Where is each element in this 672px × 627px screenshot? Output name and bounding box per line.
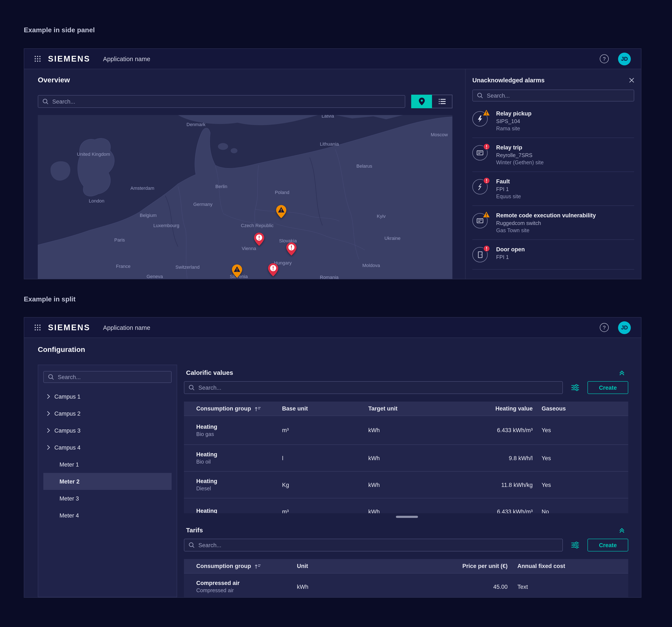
section-title: Calorific values [186,369,233,376]
critical-badge [483,245,490,252]
tree-item-label: Campus 2 [54,410,80,417]
table-row[interactable]: HeatingDiesel Kg kWh 11.8 kWh/kg Yes [184,471,628,498]
alarm-panel-title: Unacknowledged alarms [472,77,545,84]
tarifs-section: Tarifs [184,522,628,598]
table-row[interactable]: Heating m³ kWh 6.433 kWh/m³ No [184,498,628,513]
map-pin-critical[interactable] [254,232,265,248]
cell-group: Heating [196,423,282,430]
avatar[interactable]: JD [618,321,631,334]
alarm-item[interactable]: Fault FPI 1 Equus site [472,172,634,206]
filter-icon[interactable] [571,542,579,549]
cell-base-unit: l [282,455,368,461]
map-label: Germany [193,202,213,207]
cell-target-unit: kWh [368,427,455,433]
map-label: Latvia [321,115,334,119]
column-header-consumption-group[interactable]: Consumption group [184,405,282,412]
alarm-list: Relay pickup SIPS_104 Rama site [472,104,634,270]
tree-item-meter-3[interactable]: Meter 3 [43,490,172,507]
tree-item-campus-4[interactable]: Campus 4 [43,439,172,456]
app-launcher-icon[interactable] [34,55,41,62]
map-label: Paris [114,237,125,243]
cell-subgroup: Bio oil [196,459,282,465]
cell-target-unit: kWh [368,482,455,488]
cell-gaseous: Yes [533,482,628,488]
alarm-source: Reyrolle_7SRS [496,152,544,158]
warning-badge [483,109,490,116]
tarifs-search-input[interactable] [198,542,558,548]
collapse-icon[interactable] [619,370,625,375]
column-header-unit: Unit [297,563,399,569]
tree-item-campus-1[interactable]: Campus 1 [43,388,172,405]
overview-search-input[interactable] [52,98,401,105]
list-view-button[interactable] [432,95,452,108]
chevron-right-icon [47,411,50,416]
search-icon [48,374,54,380]
calorific-search[interactable] [184,381,563,394]
alarm-search[interactable] [472,90,634,101]
column-header-consumption-group[interactable]: Consumption group [184,563,297,569]
tree-item-label: Campus 1 [54,393,80,400]
table-row[interactable]: Compressed airCompressed air kWh 45.00 T… [184,573,628,598]
map-pin-warning[interactable] [232,264,243,279]
europe-map[interactable]: Latvia Denmark Moscow Lithuania United K… [38,115,452,279]
alarm-title: Remote code execution vulnerability [496,212,596,219]
tree-item-campus-3[interactable]: Campus 3 [43,422,172,439]
alarm-item[interactable]: Door open FPI 1 [472,240,634,270]
map-label: Ukraine [384,235,401,241]
app-header: SIEMENS Application name ? JD [24,49,641,69]
column-header-price-per-unit: Price per unit (€) [399,563,508,569]
create-button[interactable]: Create [587,381,628,394]
table-row[interactable]: HeatingBio gas m³ kWh 6.433 kWh/m³ Yes [184,416,628,445]
calorific-search-input[interactable] [198,384,558,391]
tree-search[interactable] [43,371,172,383]
map-label: Denmark [187,122,206,127]
tree-item-meter-1[interactable]: Meter 1 [43,456,172,473]
alarm-item[interactable]: Relay trip Reyrolle_7SRS Winter (Gethen)… [472,138,634,172]
overview-search[interactable] [38,95,405,108]
alarm-source: Ruggedcom switch [496,220,596,226]
tree-search-input[interactable] [58,374,167,380]
app-launcher-icon[interactable] [34,324,41,331]
column-header-annual-fixed-cost: Annual fixed cost [508,563,628,569]
collapse-icon[interactable] [619,527,625,533]
create-button[interactable]: Create [587,539,628,551]
tree-item-campus-2[interactable]: Campus 2 [43,405,172,422]
configuration-window: SIEMENS Application name ? JD Configurat… [24,317,642,598]
application-name: Application name [103,324,150,331]
map-pin-critical[interactable] [268,263,279,278]
alarm-item[interactable]: Remote code execution vulnerability Rugg… [472,206,634,240]
avatar[interactable]: JD [618,52,631,65]
alarm-search-input[interactable] [487,92,629,99]
warning-badge [483,211,490,218]
siemens-logo: SIEMENS [48,54,90,64]
cell-heating-value: 6.433 kWh/m³ [455,508,533,513]
alarm-source: FPI 1 [496,254,525,260]
critical-badge [483,143,490,150]
table-row[interactable]: HeatingBio oil l kWh 9.8 kWh/l Yes [184,445,628,471]
config-main: Calorific values [184,365,628,597]
map-view-button[interactable] [411,95,432,108]
horizontal-scrollbar-thumb[interactable] [396,516,418,518]
alarm-site: Winter (Gethen) site [496,159,544,166]
tree-item-label: Campus 4 [54,444,80,451]
sort-icon [255,406,261,411]
close-icon[interactable] [629,78,634,83]
map-label: United Kingdom [77,152,110,157]
filter-icon[interactable] [571,384,579,391]
map-pin-critical[interactable] [286,242,297,258]
map-pin-warning[interactable] [276,205,287,220]
tree-item-meter-2[interactable]: Meter 2 [43,473,172,490]
tarifs-search[interactable] [184,539,563,551]
help-icon[interactable]: ? [600,54,609,63]
alarm-panel: Unacknowledged alarms [465,69,641,279]
page: Example in side panel SIEMENS Applicatio… [0,0,672,627]
help-icon[interactable]: ? [600,323,609,332]
tree-item-meter-4[interactable]: Meter 4 [43,507,172,524]
cell-base-unit: m³ [282,427,368,433]
map-label: Romania [320,275,339,279]
alarm-item[interactable]: Relay pickup SIPS_104 Rama site [472,104,634,138]
cell-subgroup: Diesel [196,486,282,492]
cell-annual-fixed-cost: Text [508,583,628,590]
tree-item-label: Meter 2 [59,478,80,484]
cell-subgroup: Bio gas [196,431,282,437]
